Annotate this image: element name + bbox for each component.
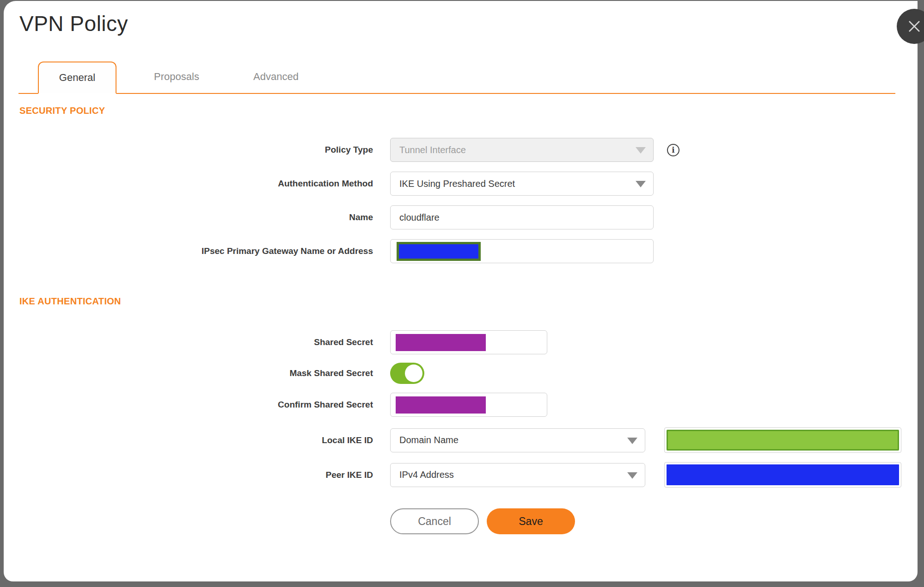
shared-secret-input[interactable] bbox=[390, 330, 547, 354]
screen: VPN Policy General Proposals Advanced SE… bbox=[0, 0, 924, 587]
policy-type-label: Policy Type bbox=[4, 145, 373, 155]
vpn-policy-dialog: VPN Policy General Proposals Advanced SE… bbox=[4, 1, 918, 581]
redacted-confirm-shared-secret-value bbox=[396, 396, 486, 414]
name-value: cloudflare bbox=[399, 212, 440, 223]
tab-advanced[interactable]: Advanced bbox=[237, 61, 315, 93]
authentication-method-label: Authentication Method bbox=[4, 179, 373, 189]
shared-secret-label: Shared Secret bbox=[4, 337, 373, 347]
tab-advanced-label: Advanced bbox=[253, 71, 299, 83]
tab-general-label: General bbox=[59, 72, 95, 84]
peer-ike-id-value: IPv4 Address bbox=[399, 470, 454, 480]
local-ike-id-input[interactable] bbox=[664, 427, 901, 453]
local-ike-id-label: Local IKE ID bbox=[4, 435, 373, 445]
local-ike-id-select[interactable]: Domain Name bbox=[390, 428, 645, 452]
authentication-method-value: IKE Using Preshared Secret bbox=[399, 179, 515, 189]
confirm-shared-secret-input[interactable] bbox=[390, 393, 547, 417]
tab-general[interactable]: General bbox=[38, 62, 116, 94]
dialog-actions: Cancel Save bbox=[390, 508, 918, 534]
cancel-button[interactable]: Cancel bbox=[390, 508, 479, 534]
peer-ike-id-row: Peer IKE ID IPv4 Address bbox=[4, 462, 918, 488]
peer-ike-id-select[interactable]: IPv4 Address bbox=[390, 463, 645, 487]
confirm-shared-secret-row: Confirm Shared Secret bbox=[4, 393, 918, 417]
security-policy-heading: SECURITY POLICY bbox=[19, 105, 918, 116]
shared-secret-row: Shared Secret bbox=[4, 330, 918, 354]
ipsec-gateway-input[interactable] bbox=[390, 239, 654, 263]
tab-proposals[interactable]: Proposals bbox=[137, 61, 216, 93]
policy-type-value: Tunnel Interface bbox=[399, 145, 466, 155]
mask-shared-secret-toggle[interactable] bbox=[390, 363, 424, 384]
peer-ike-id-input[interactable] bbox=[664, 462, 901, 488]
info-icon[interactable]: i bbox=[667, 144, 679, 156]
name-label: Name bbox=[4, 212, 373, 222]
peer-ike-id-label: Peer IKE ID bbox=[4, 470, 373, 480]
ipsec-gateway-label: IPsec Primary Gateway Name or Address bbox=[4, 246, 373, 256]
local-ike-id-value: Domain Name bbox=[399, 435, 459, 445]
dialog-title: VPN Policy bbox=[19, 11, 918, 36]
local-ike-id-row: Local IKE ID Domain Name bbox=[4, 427, 918, 453]
close-icon bbox=[906, 19, 922, 34]
authentication-method-row: Authentication Method IKE Using Preshare… bbox=[4, 172, 918, 196]
chevron-down-icon bbox=[627, 472, 637, 479]
name-input[interactable]: cloudflare bbox=[390, 205, 654, 229]
redacted-gateway-value bbox=[397, 242, 481, 261]
chevron-down-icon bbox=[636, 181, 646, 187]
confirm-shared-secret-label: Confirm Shared Secret bbox=[4, 400, 373, 410]
authentication-method-select[interactable]: IKE Using Preshared Secret bbox=[390, 172, 654, 196]
chevron-down-icon bbox=[627, 438, 637, 444]
tab-bar: General Proposals Advanced bbox=[18, 62, 895, 94]
redacted-shared-secret-value bbox=[396, 334, 486, 351]
tab-proposals-label: Proposals bbox=[154, 71, 199, 83]
name-row: Name cloudflare bbox=[4, 205, 918, 229]
redacted-peer-ike-id-value bbox=[667, 464, 899, 485]
ipsec-gateway-row: IPsec Primary Gateway Name or Address bbox=[4, 239, 918, 263]
policy-type-row: Policy Type Tunnel Interface i bbox=[4, 138, 918, 162]
save-button[interactable]: Save bbox=[487, 508, 575, 534]
toggle-knob bbox=[405, 365, 422, 382]
redacted-local-ike-id-value bbox=[667, 430, 899, 451]
mask-shared-secret-label: Mask Shared Secret bbox=[4, 368, 373, 378]
chevron-down-icon bbox=[636, 147, 646, 154]
ike-authentication-heading: IKE AUTHENTICATION bbox=[19, 296, 918, 307]
mask-shared-secret-row: Mask Shared Secret bbox=[4, 363, 918, 384]
policy-type-select: Tunnel Interface bbox=[390, 138, 654, 162]
